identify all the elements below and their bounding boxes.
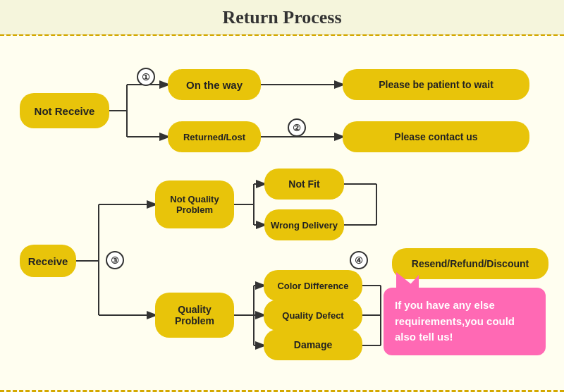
quality-defect-node: Quality Defect	[264, 300, 362, 331]
returned-lost-node: Returned/Lost	[168, 121, 261, 152]
damage-node: Damage	[264, 329, 362, 360]
color-diff-node: Color Difference	[264, 270, 362, 301]
receive-node: Receive	[20, 245, 76, 277]
quality-node: Quality Problem	[155, 293, 234, 338]
not-fit-node: Not Fit	[264, 169, 344, 200]
on-the-way-node: On the way	[168, 69, 261, 100]
wrong-delivery-node: Wrong Delivery	[264, 209, 344, 240]
not-quality-node: Not Quality Problem	[155, 180, 234, 228]
circle-3: ③	[106, 251, 124, 269]
page-title: Return Process	[0, 0, 564, 35]
please-wait-node: Please be patient to wait	[343, 69, 529, 100]
circle-2: ②	[288, 118, 306, 137]
svg-marker-26	[396, 272, 417, 289]
speech-bubble: If you have any else requirements,you co…	[384, 288, 546, 355]
circle-4: ④	[350, 251, 368, 269]
circle-1: ①	[137, 68, 155, 86]
not-receive-node: Not Receive	[20, 93, 109, 128]
please-contact-node: Please contact us	[343, 121, 529, 152]
